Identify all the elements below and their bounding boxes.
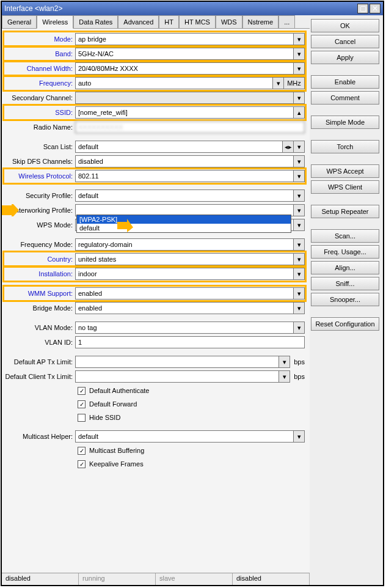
tab-wireless[interactable]: Wireless: [37, 15, 73, 29]
multicast-helper-label: Multicast Helper:: [4, 433, 75, 440]
radio-name-input[interactable]: XXXXXXXXXX: [75, 121, 305, 133]
ssid-collapse-icon[interactable]: ▴: [294, 106, 305, 119]
cancel-button[interactable]: Cancel: [311, 35, 379, 48]
wps-mode-dropdown-icon[interactable]: ▾: [294, 219, 305, 231]
country-dropdown-icon[interactable]: ▾: [294, 253, 305, 265]
scan-list-dropdown-icon[interactable]: ▾: [294, 141, 305, 153]
default-ap-tx-expand-icon[interactable]: ▾: [279, 356, 290, 368]
tab-nstreme[interactable]: Nstreme: [242, 15, 279, 28]
multicast-buffering-checkbox[interactable]: ✓: [78, 447, 86, 455]
tab-ht[interactable]: HT: [159, 15, 179, 28]
frequency-unit: MHz: [284, 77, 305, 89]
mode-dropdown-icon[interactable]: ▾: [294, 33, 305, 45]
wps-client-button[interactable]: WPS Client: [311, 180, 379, 194]
wmm-support-label: WMM Support:: [4, 290, 75, 297]
frequency-dropdown-icon[interactable]: ▾: [273, 77, 284, 89]
bridge-mode-input[interactable]: enabled: [75, 302, 294, 314]
country-label: Country:: [4, 255, 75, 263]
ssid-input[interactable]: [nome_rete_wifi]: [75, 106, 294, 119]
ok-button[interactable]: OK: [311, 19, 379, 32]
setup-repeater-button[interactable]: Setup Repeater: [311, 205, 379, 218]
scan-list-input[interactable]: default: [75, 141, 283, 153]
default-client-tx-unit: bps: [290, 373, 305, 380]
scan-list-label: Scan List:: [4, 143, 75, 150]
snooper-button[interactable]: Snooper...: [311, 293, 379, 306]
mode-input[interactable]: ap bridge: [75, 33, 294, 45]
wireless-protocol-dropdown-icon[interactable]: ▾: [294, 170, 305, 182]
hide-ssid-checkbox[interactable]: [78, 414, 86, 422]
scan-button[interactable]: Scan...: [311, 229, 379, 243]
status-running: running: [79, 573, 156, 585]
wireless-protocol-label: Wireless Protocol:: [4, 172, 75, 180]
window-title: Interface <wlan2>: [4, 4, 356, 13]
enable-button[interactable]: Enable: [311, 75, 379, 89]
tab-ht-mcs[interactable]: HT MCS: [179, 15, 216, 28]
status-disabled: disabled: [2, 573, 79, 585]
skip-dfs-input[interactable]: disabled: [75, 155, 294, 167]
reset-configuration-button[interactable]: Reset Configuration: [311, 317, 379, 331]
tab-wds[interactable]: WDS: [216, 15, 242, 28]
vlan-mode-input[interactable]: no tag: [75, 322, 294, 334]
default-client-tx-expand-icon[interactable]: ▾: [279, 370, 290, 383]
freq-usage-button[interactable]: Freq. Usage...: [311, 245, 379, 259]
skip-dfs-label: Skip DFS Channels:: [4, 158, 75, 165]
security-profile-option-wpa2[interactable]: [WPA2-PSK]: [77, 215, 291, 224]
installation-dropdown-icon[interactable]: ▾: [294, 268, 305, 280]
security-profile-dropdown-icon[interactable]: ▾: [294, 189, 305, 202]
channel-width-dropdown-icon[interactable]: ▾: [294, 62, 305, 75]
default-client-tx-label: Default Client Tx Limit:: [4, 373, 75, 380]
multicast-helper-input[interactable]: default: [75, 430, 294, 443]
wireless-protocol-input[interactable]: 802.11: [75, 170, 294, 182]
titlebar: Interface <wlan2> ▢ ✕: [2, 2, 383, 15]
apply-button[interactable]: Apply: [311, 51, 379, 64]
tab-general[interactable]: General: [2, 15, 37, 28]
hide-ssid-label: Hide SSID: [89, 414, 120, 421]
dock-button[interactable]: ▢: [357, 4, 368, 13]
vlan-mode-dropdown-icon[interactable]: ▾: [294, 322, 305, 334]
interworking-profile-dropdown-icon[interactable]: ▾: [294, 204, 305, 216]
tab-advanced[interactable]: Advanced: [118, 15, 159, 28]
default-forward-label: Default Forward: [89, 400, 137, 408]
frequency-label: Frequency:: [4, 79, 75, 87]
bridge-mode-dropdown-icon[interactable]: ▾: [294, 302, 305, 314]
wmm-support-dropdown-icon[interactable]: ▾: [294, 287, 305, 300]
frequency-mode-dropdown-icon[interactable]: ▾: [294, 238, 305, 251]
tab-more[interactable]: ...: [279, 15, 295, 28]
frequency-mode-input[interactable]: regulatory-domain: [75, 238, 294, 251]
keepalive-frames-checkbox[interactable]: ✓: [78, 460, 86, 468]
highlight-arrow-icon: [117, 219, 133, 232]
vlan-id-label: VLAN ID:: [4, 339, 75, 346]
tab-data-rates[interactable]: Data Rates: [73, 15, 118, 28]
frequency-input[interactable]: auto: [75, 77, 273, 89]
align-button[interactable]: Align...: [311, 261, 379, 274]
multicast-helper-dropdown-icon[interactable]: ▾: [294, 430, 305, 443]
svg-marker-1: [117, 219, 133, 232]
installation-input[interactable]: indoor: [75, 268, 294, 280]
scan-list-updown-icon[interactable]: ◂▸: [283, 141, 294, 153]
keepalive-frames-label: Keepalive Frames: [89, 460, 144, 468]
simple-mode-button[interactable]: Simple Mode: [311, 116, 379, 129]
vlan-id-input[interactable]: 1: [75, 336, 305, 348]
security-profile-dropdown[interactable]: [WPA2-PSK] default: [76, 215, 291, 233]
default-authenticate-checkbox[interactable]: ✓: [78, 387, 86, 395]
band-dropdown-icon[interactable]: ▾: [294, 48, 305, 60]
wps-accept-button[interactable]: WPS Accept: [311, 164, 379, 178]
comment-button[interactable]: Comment: [311, 91, 379, 105]
secondary-channel-input[interactable]: [75, 92, 294, 104]
torch-button[interactable]: Torch: [311, 140, 379, 153]
default-ap-tx-input[interactable]: [75, 356, 279, 368]
security-profile-input[interactable]: default: [75, 189, 294, 202]
sniff-button[interactable]: Sniff...: [311, 277, 379, 290]
band-input[interactable]: 5GHz-N/AC: [75, 48, 294, 60]
wmm-support-input[interactable]: enabled: [75, 287, 294, 300]
security-profile-option-default[interactable]: default: [77, 224, 291, 232]
secondary-channel-dropdown-icon[interactable]: ▾: [294, 92, 305, 104]
status-disabled-2: disabled: [233, 573, 310, 585]
skip-dfs-dropdown-icon[interactable]: ▾: [294, 155, 305, 167]
close-button[interactable]: ✕: [370, 4, 381, 13]
country-input[interactable]: united states: [75, 253, 294, 265]
default-forward-checkbox[interactable]: ✓: [78, 400, 86, 408]
channel-width-input[interactable]: 20/40/80MHz XXXX: [75, 62, 294, 75]
default-client-tx-input[interactable]: [75, 370, 279, 383]
vlan-mode-label: VLAN Mode:: [4, 324, 75, 331]
